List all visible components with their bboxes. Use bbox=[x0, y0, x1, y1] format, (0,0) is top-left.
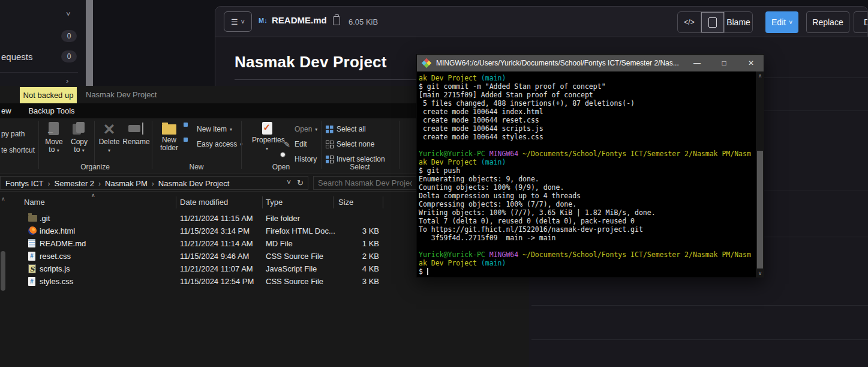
file-date-modified: 11/21/2024 11:14 AM bbox=[180, 239, 253, 248]
sidebar-count-badge: 0 bbox=[61, 30, 77, 42]
dropdown-arrow-icon: ▾ bbox=[57, 148, 59, 153]
column-separator[interactable] bbox=[176, 196, 176, 208]
rendered-view-button[interactable] bbox=[701, 12, 725, 32]
terminal-line: 5 files changed, 488 insertions(+), 87 d… bbox=[419, 99, 755, 108]
column-header-name[interactable]: Name bbox=[24, 198, 45, 207]
edit-label: Edit bbox=[295, 140, 307, 148]
properties-button[interactable]: Properties ▾ bbox=[252, 122, 282, 153]
copy-path-icon[interactable] bbox=[333, 16, 340, 25]
copy-path-button[interactable]: py path bbox=[1, 130, 25, 138]
column-header-date-modified[interactable]: Date modified bbox=[180, 198, 228, 207]
file-name: scripts.js bbox=[40, 264, 70, 273]
column-separator[interactable] bbox=[262, 196, 263, 208]
rename-button[interactable]: Rename bbox=[122, 122, 151, 146]
terminal-line: create mode 100644 reset.css bbox=[419, 116, 755, 124]
delete-button[interactable]: De bbox=[854, 11, 868, 33]
edit-button-label: Edit bbox=[771, 17, 786, 27]
address-box[interactable]: Fontys ICT›Semester 2›Nasmak PM›Nasmak D… bbox=[0, 176, 308, 190]
breadcrumb-item[interactable]: Semester 2 bbox=[52, 179, 97, 188]
group-select: Select bbox=[321, 163, 399, 171]
terminal-line: Total 7 (delta 0), reused 0 (delta 0), p… bbox=[419, 217, 755, 225]
terminal-line bbox=[419, 242, 755, 250]
blame-button[interactable]: Blame bbox=[725, 12, 752, 32]
terminal-title-bar[interactable]: MINGW64:/c/Users/Yurick/Documents/School… bbox=[417, 55, 764, 71]
edit-button[interactable]: Edit ˅ bbox=[765, 11, 798, 33]
terminal-line: $ bbox=[419, 267, 755, 276]
git-bash-icon bbox=[422, 59, 431, 67]
delete-button[interactable]: ✕ Delete ▾ bbox=[97, 122, 122, 154]
breadcrumb-item[interactable]: Nasmak PM bbox=[103, 179, 150, 188]
open-label: Open bbox=[295, 125, 312, 133]
css-icon: # bbox=[28, 252, 35, 261]
rename-icon bbox=[128, 122, 144, 136]
file-toolbar: ☰ ˅ M↓ README.md 6.05 KiB </> Blame Edit… bbox=[215, 6, 868, 37]
easy-access-label: Easy access bbox=[197, 140, 237, 148]
select-all-label: Select all bbox=[337, 125, 366, 133]
properties-label: Properties bbox=[252, 136, 285, 144]
edit-button-ribbon[interactable]: ✎ Edit bbox=[284, 138, 307, 150]
easy-access-button[interactable]: Easy access ▾ bbox=[186, 138, 242, 150]
replace-button[interactable]: Replace bbox=[806, 11, 849, 33]
terminal-scrollbar-thumb[interactable] bbox=[757, 151, 763, 268]
sidebar-item-merge-requests[interactable]: equests bbox=[1, 52, 33, 62]
terminal-line: $ git commit -m "Added Stan proof of con… bbox=[419, 82, 755, 91]
terminal-window: MINGW64:/c/Users/Yurick/Documents/School… bbox=[416, 54, 764, 278]
chevron-down-icon[interactable]: ˅ bbox=[287, 177, 291, 189]
paste-shortcut-button[interactable]: te shortcut bbox=[1, 146, 35, 154]
column-separator[interactable] bbox=[383, 196, 383, 208]
move-to-button[interactable]: Move to ▾ bbox=[42, 122, 66, 154]
file-table-row-separator bbox=[531, 305, 868, 306]
terminal-scrollbar[interactable]: ∧ ∨ bbox=[756, 71, 764, 278]
open-button[interactable]: Open ▾ bbox=[284, 123, 317, 135]
refresh-icon[interactable]: ↻ bbox=[297, 177, 304, 189]
close-button[interactable]: ✕ bbox=[742, 55, 760, 71]
terminal-output[interactable]: ak Dev Project (main)$ git commit -m "Ad… bbox=[419, 74, 755, 276]
file-date-modified: 11/15/2024 12:54 PM bbox=[180, 277, 254, 286]
chevron-right-icon[interactable]: › bbox=[66, 76, 68, 85]
copy-to-button[interactable]: Copy to ▾ bbox=[67, 122, 91, 154]
browser-scrollbar[interactable] bbox=[86, 0, 93, 86]
chevron-down-icon[interactable]: ˅ bbox=[66, 10, 71, 19]
column-header-size[interactable]: Size bbox=[338, 198, 353, 207]
select-all-button[interactable]: Select all bbox=[326, 123, 366, 135]
scroll-up-icon[interactable]: ∧ bbox=[756, 73, 764, 79]
scroll-down-icon[interactable]: ∨ bbox=[756, 270, 764, 276]
invert-selection-icon bbox=[326, 156, 334, 163]
properties-icon bbox=[262, 122, 272, 135]
dropdown-arrow-icon: ▾ bbox=[108, 148, 110, 153]
file-tree-dropdown-button[interactable]: ☰ ˅ bbox=[224, 11, 252, 32]
file-name: index.html bbox=[40, 226, 75, 235]
search-box bbox=[313, 176, 417, 190]
tab-backup-tools[interactable]: Backup Tools bbox=[27, 103, 76, 118]
file-size: 4 KB bbox=[329, 264, 379, 273]
ribbon-separator bbox=[152, 121, 152, 169]
select-none-button[interactable]: Select none bbox=[326, 138, 374, 150]
new-folder-label: New folder bbox=[160, 136, 178, 152]
minimize-button[interactable]: — bbox=[688, 55, 706, 71]
search-input[interactable] bbox=[314, 177, 416, 189]
chevron-down-icon: ˅ bbox=[241, 18, 245, 25]
file-size: 3 KB bbox=[329, 226, 379, 235]
ribbon-separator bbox=[38, 121, 39, 169]
sort-ascending-icon: ∧ bbox=[91, 192, 95, 198]
source-view-button[interactable]: </> bbox=[678, 12, 701, 32]
maximize-button[interactable]: □ bbox=[715, 55, 733, 71]
terminal-line: Enumerating objects: 9, done. bbox=[419, 175, 755, 183]
terminal-line: Yurick@Yurick-PC MINGW64 ~/Documents/Sch… bbox=[419, 150, 755, 158]
terminal-line: Writing objects: 100% (7/7), 3.65 KiB | … bbox=[419, 208, 755, 217]
terminal-line: Counting objects: 100% (9/9), done. bbox=[419, 183, 755, 192]
onedrive-backup-status[interactable]: Not backed up bbox=[20, 87, 77, 103]
dropdown-arrow-icon: ▾ bbox=[315, 127, 317, 132]
file-size: 3 KB bbox=[329, 277, 379, 286]
column-separator[interactable] bbox=[333, 196, 334, 208]
new-item-button[interactable]: New item ▾ bbox=[186, 123, 232, 135]
column-header-type[interactable]: Type bbox=[266, 198, 283, 207]
delete-icon: ✕ bbox=[97, 122, 122, 136]
menu-view[interactable]: ew bbox=[1, 103, 11, 118]
new-folder-button[interactable]: New folder bbox=[154, 122, 185, 152]
terminal-line: create mode 100644 scripts.js bbox=[419, 124, 755, 133]
breadcrumb-item[interactable]: Nasmak Dev Project bbox=[156, 179, 232, 188]
scroll-up-icon[interactable]: ∧ bbox=[1, 196, 5, 202]
readme-heading: Nasmak Dev Project bbox=[235, 53, 387, 71]
breadcrumb-item[interactable]: Fontys ICT bbox=[3, 179, 46, 188]
